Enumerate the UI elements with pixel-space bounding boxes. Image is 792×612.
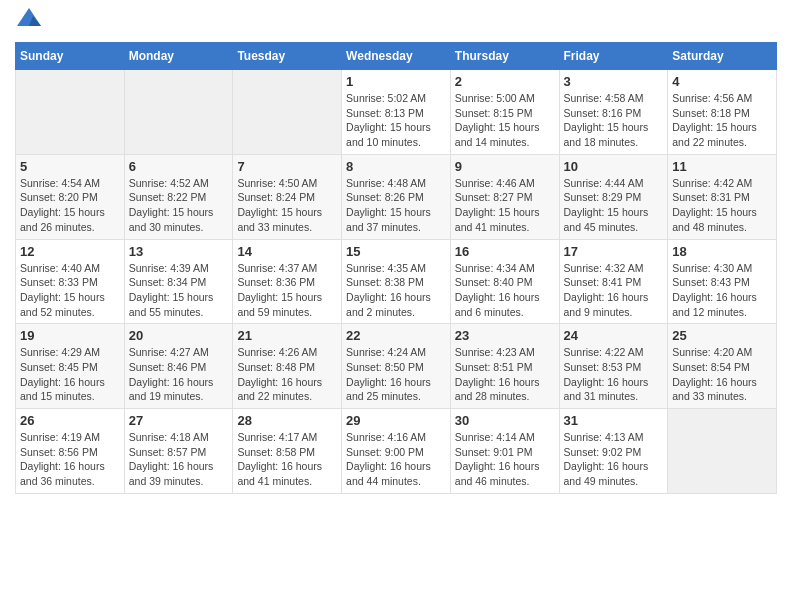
calendar-cell: 9Sunrise: 4:46 AM Sunset: 8:27 PM Daylig… xyxy=(450,154,559,239)
calendar-week-row: 5Sunrise: 4:54 AM Sunset: 8:20 PM Daylig… xyxy=(16,154,777,239)
day-number: 9 xyxy=(455,159,555,174)
calendar-cell: 22Sunrise: 4:24 AM Sunset: 8:50 PM Dayli… xyxy=(342,324,451,409)
day-info: Sunrise: 4:34 AM Sunset: 8:40 PM Dayligh… xyxy=(455,261,555,320)
calendar-cell: 15Sunrise: 4:35 AM Sunset: 8:38 PM Dayli… xyxy=(342,239,451,324)
day-number: 8 xyxy=(346,159,446,174)
calendar-cell xyxy=(668,409,777,494)
day-number: 7 xyxy=(237,159,337,174)
calendar-week-row: 1Sunrise: 5:02 AM Sunset: 8:13 PM Daylig… xyxy=(16,70,777,155)
day-info: Sunrise: 4:37 AM Sunset: 8:36 PM Dayligh… xyxy=(237,261,337,320)
day-number: 10 xyxy=(564,159,664,174)
logo xyxy=(15,10,47,34)
day-info: Sunrise: 4:39 AM Sunset: 8:34 PM Dayligh… xyxy=(129,261,229,320)
calendar-cell: 11Sunrise: 4:42 AM Sunset: 8:31 PM Dayli… xyxy=(668,154,777,239)
day-number: 17 xyxy=(564,244,664,259)
day-info: Sunrise: 4:20 AM Sunset: 8:54 PM Dayligh… xyxy=(672,345,772,404)
day-info: Sunrise: 5:00 AM Sunset: 8:15 PM Dayligh… xyxy=(455,91,555,150)
col-header-thursday: Thursday xyxy=(450,43,559,70)
day-info: Sunrise: 4:32 AM Sunset: 8:41 PM Dayligh… xyxy=(564,261,664,320)
calendar-header-row: SundayMondayTuesdayWednesdayThursdayFrid… xyxy=(16,43,777,70)
col-header-sunday: Sunday xyxy=(16,43,125,70)
col-header-tuesday: Tuesday xyxy=(233,43,342,70)
page-header xyxy=(15,10,777,34)
calendar-cell: 20Sunrise: 4:27 AM Sunset: 8:46 PM Dayli… xyxy=(124,324,233,409)
day-number: 14 xyxy=(237,244,337,259)
day-number: 4 xyxy=(672,74,772,89)
calendar-cell: 28Sunrise: 4:17 AM Sunset: 8:58 PM Dayli… xyxy=(233,409,342,494)
day-info: Sunrise: 4:18 AM Sunset: 8:57 PM Dayligh… xyxy=(129,430,229,489)
day-info: Sunrise: 4:26 AM Sunset: 8:48 PM Dayligh… xyxy=(237,345,337,404)
calendar-cell: 31Sunrise: 4:13 AM Sunset: 9:02 PM Dayli… xyxy=(559,409,668,494)
day-number: 11 xyxy=(672,159,772,174)
day-number: 19 xyxy=(20,328,120,343)
col-header-friday: Friday xyxy=(559,43,668,70)
day-number: 20 xyxy=(129,328,229,343)
day-number: 5 xyxy=(20,159,120,174)
day-number: 3 xyxy=(564,74,664,89)
calendar-cell: 29Sunrise: 4:16 AM Sunset: 9:00 PM Dayli… xyxy=(342,409,451,494)
day-number: 26 xyxy=(20,413,120,428)
day-info: Sunrise: 4:13 AM Sunset: 9:02 PM Dayligh… xyxy=(564,430,664,489)
calendar-cell: 13Sunrise: 4:39 AM Sunset: 8:34 PM Dayli… xyxy=(124,239,233,324)
calendar-cell: 14Sunrise: 4:37 AM Sunset: 8:36 PM Dayli… xyxy=(233,239,342,324)
day-number: 31 xyxy=(564,413,664,428)
calendar-week-row: 12Sunrise: 4:40 AM Sunset: 8:33 PM Dayli… xyxy=(16,239,777,324)
day-info: Sunrise: 4:14 AM Sunset: 9:01 PM Dayligh… xyxy=(455,430,555,489)
day-info: Sunrise: 4:52 AM Sunset: 8:22 PM Dayligh… xyxy=(129,176,229,235)
calendar-cell: 19Sunrise: 4:29 AM Sunset: 8:45 PM Dayli… xyxy=(16,324,125,409)
day-number: 15 xyxy=(346,244,446,259)
day-info: Sunrise: 4:16 AM Sunset: 9:00 PM Dayligh… xyxy=(346,430,446,489)
calendar-cell: 8Sunrise: 4:48 AM Sunset: 8:26 PM Daylig… xyxy=(342,154,451,239)
calendar-cell: 16Sunrise: 4:34 AM Sunset: 8:40 PM Dayli… xyxy=(450,239,559,324)
calendar-cell: 3Sunrise: 4:58 AM Sunset: 8:16 PM Daylig… xyxy=(559,70,668,155)
day-info: Sunrise: 4:42 AM Sunset: 8:31 PM Dayligh… xyxy=(672,176,772,235)
day-info: Sunrise: 4:23 AM Sunset: 8:51 PM Dayligh… xyxy=(455,345,555,404)
calendar-cell: 6Sunrise: 4:52 AM Sunset: 8:22 PM Daylig… xyxy=(124,154,233,239)
day-number: 29 xyxy=(346,413,446,428)
day-info: Sunrise: 5:02 AM Sunset: 8:13 PM Dayligh… xyxy=(346,91,446,150)
calendar-cell xyxy=(16,70,125,155)
calendar-cell: 30Sunrise: 4:14 AM Sunset: 9:01 PM Dayli… xyxy=(450,409,559,494)
day-number: 25 xyxy=(672,328,772,343)
calendar-cell: 2Sunrise: 5:00 AM Sunset: 8:15 PM Daylig… xyxy=(450,70,559,155)
day-info: Sunrise: 4:40 AM Sunset: 8:33 PM Dayligh… xyxy=(20,261,120,320)
col-header-wednesday: Wednesday xyxy=(342,43,451,70)
day-info: Sunrise: 4:44 AM Sunset: 8:29 PM Dayligh… xyxy=(564,176,664,235)
day-info: Sunrise: 4:19 AM Sunset: 8:56 PM Dayligh… xyxy=(20,430,120,489)
calendar-cell: 23Sunrise: 4:23 AM Sunset: 8:51 PM Dayli… xyxy=(450,324,559,409)
calendar-cell: 5Sunrise: 4:54 AM Sunset: 8:20 PM Daylig… xyxy=(16,154,125,239)
day-info: Sunrise: 4:30 AM Sunset: 8:43 PM Dayligh… xyxy=(672,261,772,320)
calendar-cell: 12Sunrise: 4:40 AM Sunset: 8:33 PM Dayli… xyxy=(16,239,125,324)
calendar-cell: 21Sunrise: 4:26 AM Sunset: 8:48 PM Dayli… xyxy=(233,324,342,409)
day-info: Sunrise: 4:35 AM Sunset: 8:38 PM Dayligh… xyxy=(346,261,446,320)
day-info: Sunrise: 4:29 AM Sunset: 8:45 PM Dayligh… xyxy=(20,345,120,404)
day-info: Sunrise: 4:46 AM Sunset: 8:27 PM Dayligh… xyxy=(455,176,555,235)
day-info: Sunrise: 4:58 AM Sunset: 8:16 PM Dayligh… xyxy=(564,91,664,150)
day-number: 18 xyxy=(672,244,772,259)
day-info: Sunrise: 4:54 AM Sunset: 8:20 PM Dayligh… xyxy=(20,176,120,235)
calendar-cell: 1Sunrise: 5:02 AM Sunset: 8:13 PM Daylig… xyxy=(342,70,451,155)
col-header-monday: Monday xyxy=(124,43,233,70)
calendar-cell: 4Sunrise: 4:56 AM Sunset: 8:18 PM Daylig… xyxy=(668,70,777,155)
calendar-cell: 27Sunrise: 4:18 AM Sunset: 8:57 PM Dayli… xyxy=(124,409,233,494)
calendar-week-row: 19Sunrise: 4:29 AM Sunset: 8:45 PM Dayli… xyxy=(16,324,777,409)
day-number: 22 xyxy=(346,328,446,343)
day-number: 13 xyxy=(129,244,229,259)
day-number: 24 xyxy=(564,328,664,343)
day-number: 28 xyxy=(237,413,337,428)
calendar-cell: 10Sunrise: 4:44 AM Sunset: 8:29 PM Dayli… xyxy=(559,154,668,239)
day-info: Sunrise: 4:22 AM Sunset: 8:53 PM Dayligh… xyxy=(564,345,664,404)
calendar-cell: 7Sunrise: 4:50 AM Sunset: 8:24 PM Daylig… xyxy=(233,154,342,239)
day-number: 16 xyxy=(455,244,555,259)
day-number: 27 xyxy=(129,413,229,428)
day-number: 21 xyxy=(237,328,337,343)
day-number: 23 xyxy=(455,328,555,343)
calendar-cell: 24Sunrise: 4:22 AM Sunset: 8:53 PM Dayli… xyxy=(559,324,668,409)
calendar-table: SundayMondayTuesdayWednesdayThursdayFrid… xyxy=(15,42,777,494)
day-info: Sunrise: 4:24 AM Sunset: 8:50 PM Dayligh… xyxy=(346,345,446,404)
day-info: Sunrise: 4:17 AM Sunset: 8:58 PM Dayligh… xyxy=(237,430,337,489)
calendar-cell xyxy=(124,70,233,155)
calendar-cell: 26Sunrise: 4:19 AM Sunset: 8:56 PM Dayli… xyxy=(16,409,125,494)
day-number: 30 xyxy=(455,413,555,428)
day-info: Sunrise: 4:56 AM Sunset: 8:18 PM Dayligh… xyxy=(672,91,772,150)
